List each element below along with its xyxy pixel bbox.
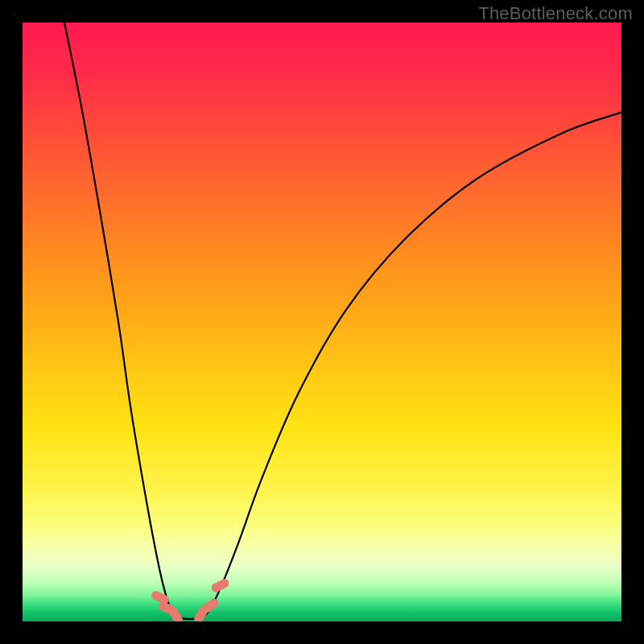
watermark-text: TheBottleneck.com (478, 3, 633, 24)
chart-frame: TheBottleneck.com (0, 0, 644, 644)
curve-layer (23, 23, 621, 621)
trough-marker (151, 590, 170, 605)
bottleneck-curve (64, 23, 621, 619)
trough-marker (200, 597, 220, 614)
plot-area (23, 23, 621, 621)
trough-marker (210, 578, 229, 593)
